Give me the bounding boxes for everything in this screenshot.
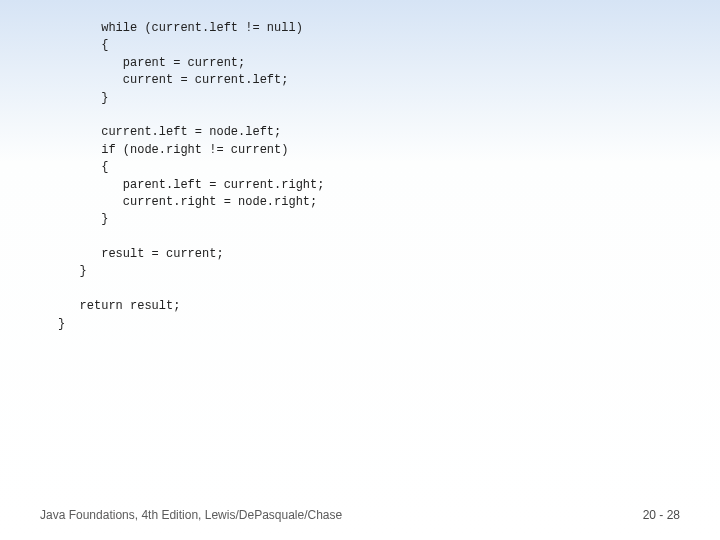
slide: while (current.left != null) { parent = … bbox=[0, 0, 720, 540]
page-number: 20 - 28 bbox=[643, 508, 680, 522]
footer: Java Foundations, 4th Edition, Lewis/DeP… bbox=[40, 508, 680, 522]
code-block: while (current.left != null) { parent = … bbox=[58, 20, 324, 333]
footer-left: Java Foundations, 4th Edition, Lewis/DeP… bbox=[40, 508, 342, 522]
